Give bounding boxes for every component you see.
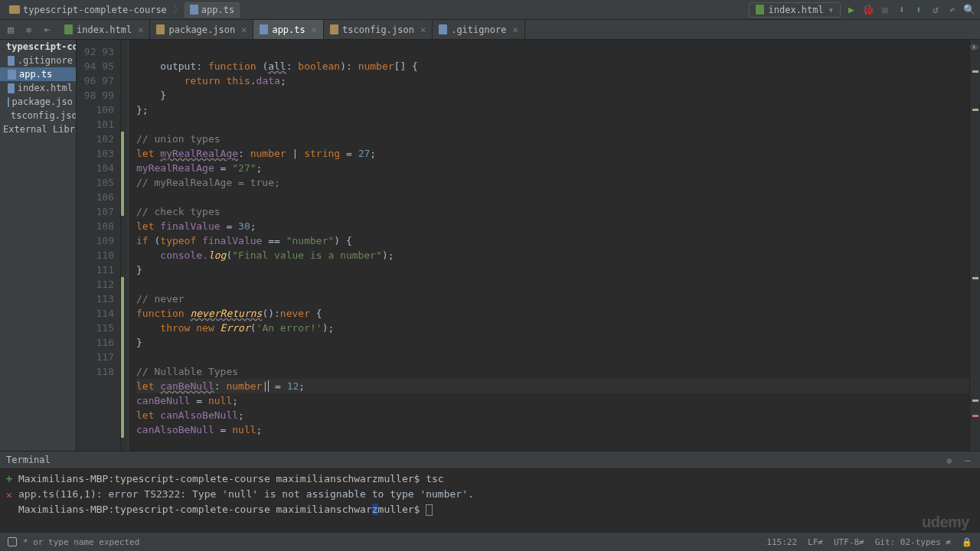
folder-icon [9,5,20,14]
code-line[interactable]: myRealRealAge = "27"; [136,161,969,175]
vcs-history-icon[interactable]: ↺ [929,4,942,16]
terminal-cursor [426,504,433,516]
code-line[interactable] [136,44,969,59]
project-file[interactable]: app.ts [0,67,76,81]
file-icon [8,70,16,80]
code-line[interactable]: let canBeNull: number| = 12; [136,379,969,393]
breadcrumb-project[interactable]: typescript-complete-course [5,3,172,17]
code-line[interactable]: function neverReturns():never { [136,306,969,321]
breadcrumb: typescript-complete-course 〉 app.ts [5,2,240,18]
project-root[interactable]: typescript-com [0,40,76,54]
search-icon[interactable]: 🔍 [963,4,975,16]
code-line[interactable]: canAlsoBeNull = null; [136,422,969,437]
terminal-tab[interactable]: Terminal [6,455,51,465]
code-line[interactable]: if (typeof finalValue == "number") { [136,233,969,248]
status-bar: * or type name expected 115:22 LF≠ UTF-8… [0,532,980,551]
code-line[interactable]: let myRealRealAge: number | string = 27; [136,146,969,161]
code-line[interactable]: } [136,335,969,350]
gear-icon[interactable]: ✲ [23,24,35,36]
vcs-update-icon[interactable]: ⬇ [896,4,908,16]
tab-index-html[interactable]: index.html× [58,20,150,39]
error-stripe[interactable]: 👁 [969,40,980,451]
code-editor[interactable]: 92 93 94 95 96 97 98 99 100 101 102 103 … [77,40,980,451]
file-icon [8,56,15,66]
code-line[interactable] [136,190,969,204]
eye-icon[interactable]: 👁 [970,43,978,53]
code-line[interactable]: return this.data; [136,73,969,88]
file-icon [8,97,9,107]
code-line[interactable]: canBeNull = null; [136,393,969,408]
tab-package-json[interactable]: package.json× [150,20,253,39]
code-line[interactable]: throw new Error('An error!'); [136,321,969,335]
chevron-right-icon: 〉 [173,3,183,17]
close-icon[interactable]: × [420,24,426,35]
terminal[interactable]: + ✕ Maximilians-MBP:typescript-complete-… [0,469,980,532]
file-icon [156,24,165,34]
code-line[interactable]: let canAlsoBeNull; [136,408,969,422]
git-branch[interactable]: Git: 02-types ≠ [875,537,951,547]
file-icon [439,24,447,34]
code-line[interactable]: output: function (all: boolean): number[… [136,59,969,73]
tab-app-ts[interactable]: app.ts× [253,20,324,39]
code-line[interactable]: }; [136,103,969,117]
file-icon [8,83,15,93]
code-line[interactable]: // Nullable Types [136,364,969,379]
code-line[interactable]: console.log("Final value is a number"); [136,248,969,262]
close-icon[interactable]: × [138,24,143,35]
status-error-icon[interactable] [8,537,17,546]
code-line[interactable]: let finalValue = 30; [136,219,969,233]
tab-tsconfig-json[interactable]: tsconfig.json× [324,20,433,39]
terminal-close-icon[interactable]: ✕ [6,489,12,500]
project-view-icon[interactable]: ▤ [5,24,17,36]
project-file[interactable]: index.html [0,81,76,95]
project-file[interactable]: .gitignore [0,54,76,67]
debug-icon[interactable]: 🐞 [862,4,874,16]
run-config-selector[interactable]: index.html▾ [749,2,841,18]
revert-icon[interactable]: ↶ [946,4,959,16]
file-encoding[interactable]: UTF-8≠ [834,537,864,547]
lock-icon[interactable]: 🔒 [962,537,972,547]
udemy-watermark: udemy [922,514,969,531]
html-file-icon [756,5,764,15]
close-icon[interactable]: × [512,24,518,35]
collapse-icon[interactable]: ⇤ [41,24,54,36]
vcs-commit-icon[interactable]: ⬆ [913,4,925,16]
line-ending[interactable]: LF≠ [808,537,823,547]
code-line[interactable]: // check types [136,204,969,219]
code-line[interactable]: } [136,88,969,103]
terminal-gear-icon[interactable]: ✲ [943,454,956,466]
stop-icon[interactable]: ■ [879,4,891,16]
close-icon[interactable]: × [312,24,317,35]
terminal-hide-icon[interactable]: — [962,454,974,466]
file-icon [64,24,73,34]
code-line[interactable]: } [136,262,969,277]
cursor-position[interactable]: 115:22 [766,537,797,547]
terminal-new-icon[interactable]: + [5,472,12,486]
code-line[interactable]: // myRealRealAge = true; [136,175,969,190]
code-line[interactable]: // union types [136,132,969,146]
ts-file-icon [190,5,198,15]
project-file[interactable]: tsconfig.json [0,109,76,122]
code-line[interactable]: // never [136,292,969,306]
terminal-output: Maximilians-MBP:typescript-complete-cour… [18,469,980,532]
code-line[interactable] [136,117,969,132]
external-libraries[interactable]: External Librarie [0,122,76,136]
project-file[interactable]: package.jso [0,95,76,109]
code-line[interactable] [136,350,969,364]
close-icon[interactable]: × [241,24,247,35]
code-line[interactable] [136,277,969,292]
tab--gitignore[interactable]: .gitignore× [433,20,524,39]
status-message: * or type name expected [23,537,139,547]
project-tree[interactable]: typescript-com .gitignoreapp.tsindex.htm… [0,40,77,451]
gutter-markers [121,40,129,451]
file-icon [260,24,268,34]
breadcrumb-file[interactable]: app.ts [185,2,240,18]
editor-gutter: 92 93 94 95 96 97 98 99 100 101 102 103 … [77,40,121,451]
file-icon [330,24,338,34]
run-icon[interactable]: ▶ [845,4,858,16]
